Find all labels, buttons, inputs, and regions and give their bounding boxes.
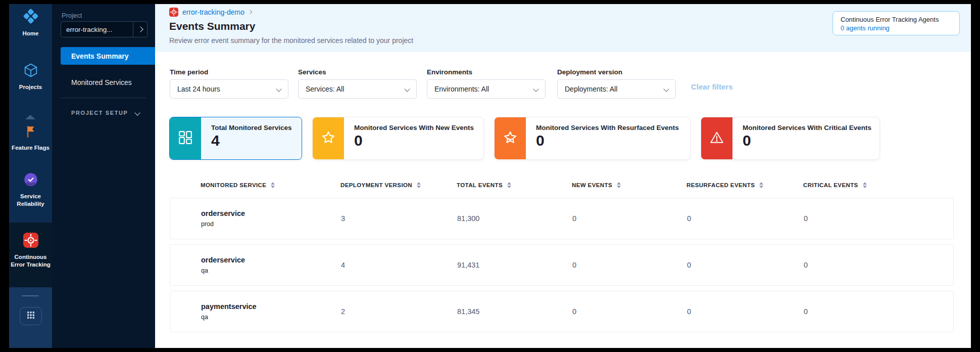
main-content: error-tracking-demo Events Summary Revie… — [155, 4, 971, 348]
time-period-dropdown[interactable]: Last 24 hours — [170, 79, 288, 99]
critical-events-value: 0 — [804, 261, 953, 269]
column-header-resurfaced-events[interactable]: RESURFACED EVENTS — [687, 182, 803, 188]
chevron-down-icon — [663, 86, 669, 92]
card-new-events[interactable]: Monitored Services With New Events 0 — [312, 117, 484, 160]
card-icon-block — [701, 117, 732, 159]
card-label: Total Monitored Services — [211, 124, 292, 131]
chevron-right-icon — [248, 10, 252, 14]
card-resurfaced-events[interactable]: Monitored Services With Resurfaced Event… — [494, 117, 691, 160]
module-item-label: Service Reliability — [9, 193, 52, 208]
chevron-up-icon[interactable] — [25, 115, 35, 119]
resurfaced-events-value: 0 — [687, 261, 804, 269]
new-events-value: 0 — [572, 214, 687, 223]
star-resurfaced-icon — [503, 130, 517, 147]
module-item-error-tracking[interactable]: Continuous Error Tracking — [9, 233, 52, 269]
environment-name: qa — [201, 314, 341, 321]
module-item-label: Continuous Error Tracking — [9, 253, 52, 269]
sidebar-item-events-summary[interactable]: Events Summary — [61, 47, 155, 65]
table-row[interactable]: paymentservice qa 2 81,345 0 0 0 — [170, 291, 954, 332]
table-header-row: MONITORED SERVICE DEPLOYMENT VERSION TOT… — [170, 178, 954, 193]
module-item-projects[interactable]: Projects — [9, 63, 52, 91]
apps-grid-icon — [27, 311, 35, 321]
total-events-value: 81,345 — [457, 307, 572, 316]
column-header-new-events[interactable]: NEW EVENTS — [572, 182, 687, 188]
page-subtitle: Review error event summary for the monit… — [169, 36, 413, 45]
filter-label-deployment-version: Deployment version — [557, 68, 622, 76]
dashboard-grid-icon — [178, 130, 192, 147]
service-name: orderservice — [201, 256, 341, 264]
project-setup-label: PROJECT SETUP — [71, 110, 128, 116]
total-events-value: 81,300 — [457, 214, 572, 223]
page-header: error-tracking-demo Events Summary Revie… — [155, 4, 971, 52]
clear-filters-button[interactable]: Clear filters — [691, 82, 733, 91]
project-setup-toggle[interactable]: PROJECT SETUP — [71, 110, 139, 116]
environment-name: qa — [201, 267, 341, 274]
project-selector-expand-button[interactable] — [133, 22, 147, 37]
dropdown-value: Services: All — [306, 85, 405, 93]
card-value: 0 — [354, 132, 474, 149]
feature-flags-icon — [24, 124, 38, 141]
total-events-value: 91,431 — [457, 261, 572, 269]
project-selector[interactable]: error-tracking... — [61, 21, 148, 37]
dropdown-value: Environments: All — [434, 85, 534, 93]
critical-events-value: 0 — [804, 214, 953, 223]
table-row[interactable]: orderservice prod 3 81,300 0 0 0 — [170, 198, 954, 239]
agents-running-link[interactable]: 0 agents running — [841, 24, 959, 32]
card-label: Monitored Services With Critical Events — [743, 124, 871, 131]
nav-item-label: Events Summary — [71, 52, 129, 60]
home-icon — [23, 8, 39, 26]
deployment-version-value: 4 — [341, 261, 457, 269]
environment-name: prod — [201, 221, 341, 228]
resurfaced-events-value: 0 — [687, 214, 804, 223]
deployments-dropdown[interactable]: Deployments: All — [557, 79, 676, 99]
deployment-version-value: 2 — [341, 307, 457, 316]
chevron-down-icon — [134, 110, 140, 115]
breadcrumb: error-tracking-demo — [169, 8, 252, 17]
error-tracking-icon — [23, 233, 38, 250]
critical-events-value: 0 — [804, 307, 953, 316]
column-header-label: DEPLOYMENT VERSION — [340, 182, 412, 188]
card-critical-events[interactable]: Monitored Services With Critical Events … — [701, 117, 880, 160]
table-row[interactable]: orderservice qa 4 91,431 0 0 0 — [170, 244, 954, 286]
module-sidebar: Home Projects Feature Flags Service Reli… — [9, 4, 52, 348]
nav-item-label: Monitored Services — [71, 78, 132, 86]
column-header-deployment-version[interactable]: DEPLOYMENT VERSION — [340, 182, 457, 188]
card-icon-block — [495, 117, 526, 159]
card-value: 0 — [536, 132, 679, 149]
error-tracking-icon — [169, 8, 178, 17]
dropdown-value: Last 24 hours — [177, 85, 277, 93]
card-label: Monitored Services With Resurfaced Event… — [536, 124, 679, 131]
column-header-monitored-service[interactable]: MONITORED SERVICE — [170, 182, 340, 188]
environments-dropdown[interactable]: Environments: All — [427, 79, 546, 99]
column-header-critical-events[interactable]: CRITICAL EVENTS — [803, 182, 954, 188]
service-name: orderservice — [201, 209, 341, 217]
card-label: Monitored Services With New Events — [354, 124, 474, 131]
module-item-feature-flags[interactable]: Feature Flags — [9, 124, 52, 152]
module-item-home[interactable]: Home — [9, 8, 52, 37]
column-header-label: RESURFACED EVENTS — [687, 182, 755, 188]
screenshot-root: { "colors": { "accent_blue": "#0278D5", … — [0, 0, 980, 352]
column-header-label: NEW EVENTS — [572, 182, 612, 188]
chevron-right-icon — [137, 26, 143, 32]
module-item-service-reliability[interactable]: Service Reliability — [9, 172, 52, 208]
breadcrumb-project-link[interactable]: error-tracking-demo — [182, 8, 244, 16]
card-value: 0 — [743, 132, 871, 149]
chevron-down-icon — [276, 86, 281, 92]
resurfaced-events-value: 0 — [687, 307, 804, 316]
chevron-down-icon — [404, 86, 410, 92]
card-total-monitored-services[interactable]: Total Monitored Services 4 — [169, 117, 302, 160]
column-header-label: TOTAL EVENTS — [457, 182, 503, 188]
all-modules-button[interactable] — [20, 307, 42, 325]
star-icon — [321, 130, 335, 147]
sidebar-item-monitored-services[interactable]: Monitored Services — [61, 73, 155, 91]
new-events-value: 0 — [572, 261, 687, 269]
sidebar-divider — [61, 98, 146, 98]
services-dropdown[interactable]: Services: All — [298, 79, 417, 99]
column-header-total-events[interactable]: TOTAL EVENTS — [457, 182, 572, 188]
chevron-down-icon — [533, 86, 538, 92]
sort-icon — [271, 182, 275, 188]
module-item-label: Feature Flags — [10, 144, 51, 152]
sort-icon — [417, 182, 421, 188]
column-header-label: MONITORED SERVICE — [201, 182, 266, 188]
service-name: paymentservice — [201, 302, 341, 311]
